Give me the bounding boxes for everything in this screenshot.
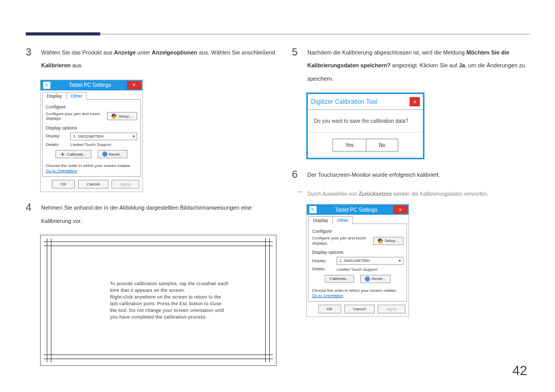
tab-other[interactable]: Other [332,216,354,224]
setup-icon [112,114,117,119]
window-title: Tablet PC Settings [319,207,393,213]
right-column: 5 Nachdem die Kalibrierung abgeschlossen… [292,46,529,366]
details-label: Details: [312,267,337,272]
l: the tool. Do not change your screen orie… [110,307,259,314]
calibrate-button[interactable]: Calibrate... [55,150,91,158]
t: aus. Wählen Sie anschließend [197,49,275,55]
tab-body: Configure Configure your pen and touch d… [42,99,141,177]
display-select[interactable]: 1. SMS24B750H▾ [70,133,137,140]
page-number: 42 [512,363,527,379]
lbl: Calibrate... [329,276,349,281]
orientation-link[interactable]: Go to Orientation [312,293,343,298]
note-text: Durch Auswählen von Zurücksetzen werden … [307,191,488,197]
setup-button[interactable]: Setup... [373,237,403,245]
l: To provide calibration samples, tap the … [110,281,259,287]
t: Nachdem die Kalibrierung abgeschlossen i… [307,49,466,55]
t: Kalibrieren [41,62,70,68]
step4-text: Nehmen Sie anhand der in der Abbildung d… [41,201,276,228]
tab-display[interactable]: Display [42,92,67,100]
step-5: 5 Nachdem die Kalibrierung abgeschlossen… [292,46,529,85]
l: Right-click anywhere on the screen to re… [110,294,259,301]
app-icon: ✎ [43,82,50,89]
display-label: Display: [312,258,337,264]
calibrate-icon [60,152,65,157]
order-text: Choose the order in which your screen ro… [46,163,137,168]
display-label: Display: [46,134,70,139]
titlebar[interactable]: ✎ Tablet PC Settings × [41,80,142,90]
window-title: Tablet PC Settings [53,82,127,88]
display-select[interactable]: 1. SMS24B750H▾ [337,257,403,265]
details-label: Details: [46,142,70,147]
reset-icon [102,152,107,157]
t: Anzeige [114,49,136,55]
configure-label: Configure your pen and touch displays. [312,236,373,246]
reset-icon [365,276,370,282]
l: time that it appears on the screen. [110,287,259,294]
header-rule [26,34,529,34]
step4-number: 4 [26,201,35,228]
apply-button: Apply [112,180,139,189]
note: ― Durch Auswählen von Zurücksetzen werde… [297,189,529,199]
configure-heading: Configure [46,104,137,109]
t: unter [136,49,152,55]
no-button[interactable]: No [366,139,398,152]
close-icon[interactable]: × [393,206,408,214]
step6-text: Der Touchscreen-Monitor wurde erfolgreic… [307,169,440,181]
app-icon: ✎ [309,206,317,213]
calibration-screen: To provide calibration samples, tap the … [40,235,276,366]
t: Durch Auswählen von [307,191,359,197]
chevron-down-icon: ▾ [399,258,401,263]
chevron-down-icon: ▾ [133,134,135,139]
calibrate-button[interactable]: Calibrate... [325,275,354,283]
tablet-pc-settings-window-a: ✎ Tablet PC Settings × Display Other Con… [40,80,143,193]
t: Zurücksetzen [359,191,392,197]
configure-label: Configure your pen and touch displays. [46,111,107,121]
l: you have completed the calibration proce… [110,314,259,321]
tab-other[interactable]: Other [66,92,87,100]
titlebar[interactable]: ✎ Tablet PC Settings × [307,204,409,215]
details-value: Limited Touch Support [70,142,111,147]
lbl: Setup... [118,114,133,119]
cancel-button[interactable]: Cancel [344,305,375,313]
step5-text: Nachdem die Kalibrierung abgeschlossen i… [307,46,529,85]
details-value: Limited Touch Support [337,267,377,272]
t: Wählen Sie das Produkt aus [41,49,114,55]
t: Anzeigeoptionen [152,49,197,55]
lbl: Reset... [372,276,386,281]
step-6: 6 Der Touchscreen-Monitor wurde erfolgre… [292,169,529,181]
tab-display[interactable]: Display [308,216,333,224]
lbl: Calibrate... [67,152,87,157]
left-column: 3 Wählen Sie das Produkt aus Anzeige unt… [26,46,276,366]
setup-button[interactable]: Setup... [107,112,137,120]
l: last calibration point. Press the Esc bu… [110,301,259,307]
tablet-pc-settings-window-b: ✎ Tablet PC Settings × Display Other Con… [306,204,409,317]
step3-text: Wählen Sie das Produkt aus Anzeige unter… [41,46,276,72]
t: aus. [70,62,83,68]
ok-button[interactable]: OK [52,180,76,189]
val: 1. SMS24B750H [339,258,370,263]
ok-button[interactable]: OK [318,305,342,313]
t: angezeigt. Klicken Sie auf [391,62,459,68]
dialog-body: Do you want to save the calibration data… [308,109,423,133]
lbl: Setup... [384,238,399,243]
val: 1. SMS24B750H [73,134,104,139]
step3-number: 3 [26,46,35,72]
step-4: 4 Nehmen Sie anhand der in der Abbildung… [26,201,276,228]
close-icon[interactable]: × [410,97,420,106]
orientation-link[interactable]: Go to Orientation [46,169,77,173]
step6-number: 6 [292,169,301,181]
step5-number: 5 [292,46,301,85]
apply-button: Apply [378,305,405,313]
configure-heading: Configure [312,229,403,234]
digitizer-dialog: Digitizer Calibration Tool × Do you want… [306,92,424,159]
yes-button[interactable]: Yes [332,139,366,152]
lbl: Reset... [109,152,123,157]
close-icon[interactable]: × [127,81,141,89]
display-options-heading: Display options [312,250,403,255]
t: werden die Kalibrierungsdaten verworfen. [392,191,488,197]
calibration-instructions: To provide calibration samples, tap the … [110,281,259,321]
reset-button[interactable]: Reset... [360,275,391,283]
reset-button[interactable]: Reset... [98,150,128,158]
cancel-button[interactable]: Cancel [78,180,108,189]
note-dash: ― [297,189,302,194]
